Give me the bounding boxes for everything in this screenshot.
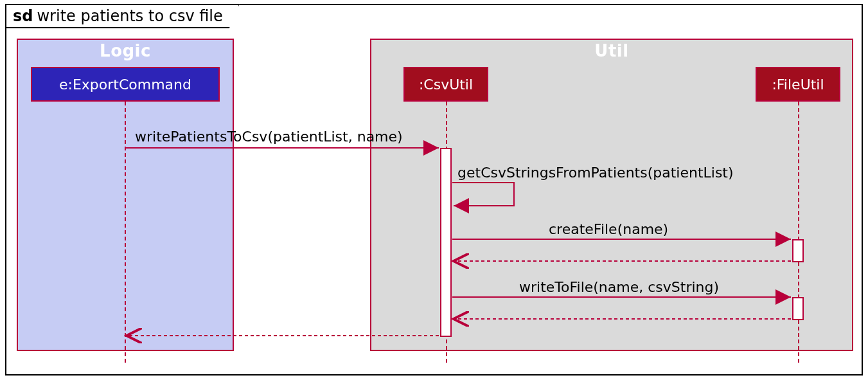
label-writePatientsToCsv: writePatientsToCsv(patientList, name) <box>135 129 403 145</box>
message-arrows <box>6 5 864 377</box>
label-getCsvStringsFromPatients: getCsvStringsFromPatients(patientList) <box>457 165 734 181</box>
arrow-getCsvStringsFromPatients <box>452 183 514 206</box>
sequence-diagram-frame: sd write patients to csv file Logic Util… <box>5 4 863 375</box>
label-writeToFile: writeToFile(name, csvString) <box>519 279 719 295</box>
label-createFile: createFile(name) <box>549 221 668 237</box>
